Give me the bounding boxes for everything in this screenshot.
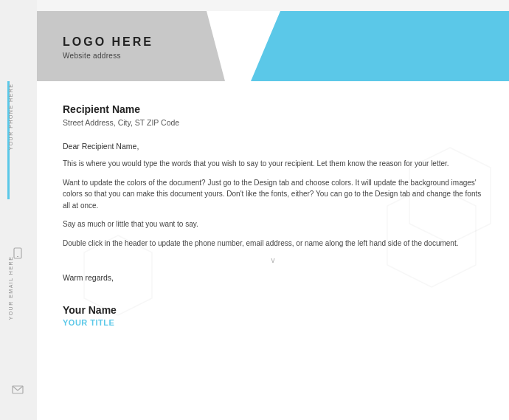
svg-marker-5 (387, 184, 476, 287)
recipient-name: Recipient Name (63, 103, 483, 115)
email-icon (12, 384, 24, 396)
logo-area: LOGO HERE Website address (59, 24, 487, 60)
letter-body: Recipient Name Street Address, City, ST … (37, 85, 509, 338)
website-address: Website address (63, 52, 487, 60)
logo-text: LOGO HERE (63, 35, 487, 49)
content-header: LOGO HERE Website address (37, 11, 509, 85)
sidebar-email-label: YOUR EMAIL HERE (8, 256, 13, 320)
left-sidebar: YOUR PHONE HERE YOUR EMAIL HERE (0, 0, 37, 420)
recipient-address: Street Address, City, ST ZIP Code (63, 118, 483, 127)
main-content: LOGO HERE Website address (37, 11, 509, 420)
hex-watermark-3 (384, 180, 479, 294)
phone-icon (12, 247, 24, 259)
sidebar-phone-label: YOUR PHONE HERE (8, 83, 13, 151)
page-wrapper: YOUR PHONE HERE YOUR EMAIL HERE LOGO HER… (0, 0, 509, 420)
svg-marker-4 (84, 235, 152, 315)
hex-watermark-2 (81, 233, 155, 321)
